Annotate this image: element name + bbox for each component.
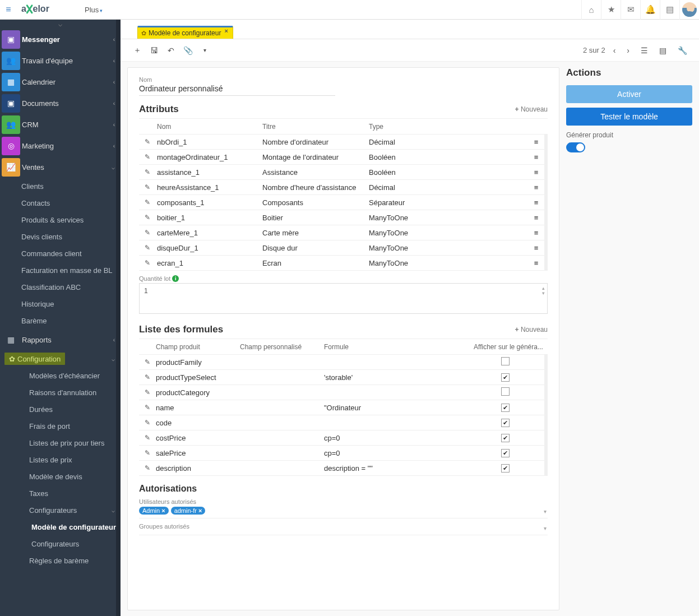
plus-menu[interactable]: Plus▾ xyxy=(79,6,108,14)
checkbox[interactable]: ✔ xyxy=(501,464,510,473)
remove-tag-icon[interactable]: × xyxy=(198,507,202,514)
edit-icon[interactable]: ✎ xyxy=(139,358,156,366)
next-button[interactable]: › xyxy=(623,46,633,55)
edit-icon[interactable]: ✎ xyxy=(139,244,156,252)
edit-icon[interactable]: ✎ xyxy=(139,434,156,442)
checkbox[interactable]: ✔ xyxy=(501,404,510,412)
edit-icon[interactable]: ✎ xyxy=(139,464,156,472)
sidebar-sub-contacts[interactable]: Contacts xyxy=(0,194,121,211)
table-row[interactable]: ✎ assistance_1AssistanceBooléen ≡ xyxy=(139,165,544,180)
sidebar-sub-taxes[interactable]: Taxes xyxy=(0,485,121,502)
sidebar-sub2-mod-le-de-configurateur[interactable]: Modèle de configurateur xyxy=(0,518,121,535)
sidebar-sub-dur-es[interactable]: Durées xyxy=(0,401,121,418)
qty-field[interactable]: 1 xyxy=(139,283,548,314)
row-menu-icon[interactable]: ≡ xyxy=(527,259,544,267)
sidebar-sub2-configurateurs[interactable]: Configurateurs xyxy=(0,535,121,552)
sidebar-item-rapports[interactable]: ▦ Rapports ‹ xyxy=(0,329,121,350)
wrench-icon[interactable]: 🔧 xyxy=(674,46,691,55)
logo[interactable]: a elor xyxy=(17,3,79,16)
sidebar-sub-commandes-client[interactable]: Commandes client xyxy=(0,245,121,262)
remove-tag-icon[interactable]: × xyxy=(161,507,165,514)
avatar-icon[interactable] xyxy=(679,0,699,20)
sidebar-sub-frais-de-port[interactable]: Frais de port xyxy=(0,418,121,434)
bell-icon[interactable]: 🔔 xyxy=(640,0,660,20)
row-menu-icon[interactable]: ≡ xyxy=(527,214,544,222)
sidebar-sub-produits-services[interactable]: Produits & services xyxy=(0,211,121,228)
row-menu-icon[interactable]: ≡ xyxy=(527,229,544,237)
sidebar-sub-listes-de-prix[interactable]: Listes de prix xyxy=(0,451,121,468)
table-row[interactable]: ✎ name"Ordinateur ✔ xyxy=(139,400,544,415)
name-field[interactable]: Ordinateur personnalisé xyxy=(139,84,335,96)
add-attribute-button[interactable]: Nouveau xyxy=(515,105,548,113)
sidebar-item-calendrier[interactable]: ▦ Calendrier ‹ xyxy=(0,71,121,92)
sidebar-sub-mod-les-d-ch-ancier[interactable]: Modèles d'échéancier xyxy=(0,367,121,384)
checkbox[interactable] xyxy=(501,387,510,396)
edit-icon[interactable]: ✎ xyxy=(139,449,156,457)
activate-button[interactable]: Activer xyxy=(566,85,692,103)
sidebar-item-messenger[interactable]: ▣ Messenger ‹ xyxy=(0,29,121,50)
table-row[interactable]: ✎ productFamily xyxy=(139,355,544,370)
test-model-button[interactable]: Tester le modèle xyxy=(566,108,692,126)
tab-modele-configurateur[interactable]: ✿ Modèle de configurateur × xyxy=(137,26,233,39)
row-menu-icon[interactable]: ≡ xyxy=(527,198,544,207)
edit-icon[interactable]: ✎ xyxy=(139,373,156,381)
sidebar-sub-listes-de-prix-pour-tiers[interactable]: Listes de prix pour tiers xyxy=(0,434,121,451)
edit-icon[interactable]: ✎ xyxy=(139,198,156,206)
edit-icon[interactable]: ✎ xyxy=(139,153,156,161)
prev-button[interactable]: ‹ xyxy=(610,46,619,55)
edit-icon[interactable]: ✎ xyxy=(139,168,156,176)
edit-icon[interactable]: ✎ xyxy=(139,419,156,427)
checkbox[interactable]: ✔ xyxy=(501,419,510,427)
sidebar-sub-configurateurs[interactable]: Configurateurs ⌵ xyxy=(0,502,121,518)
auth-users-field[interactable]: Admin ×admin-fr × xyxy=(139,507,548,518)
checkbox[interactable]: ✔ xyxy=(501,434,510,442)
table-row[interactable]: ✎ carteMere_1Carte mèreManyToOne ≡ xyxy=(139,225,544,240)
edit-icon[interactable]: ✎ xyxy=(139,259,156,267)
undo-button[interactable]: ↶ xyxy=(163,46,179,55)
row-menu-icon[interactable]: ≡ xyxy=(527,153,544,161)
sidebar-item-configuration[interactable]: ✿ Configuration ⌵ xyxy=(0,350,121,367)
table-row[interactable]: ✎ code ✔ xyxy=(139,415,544,430)
sidebar-collapse-icon[interactable]: ⌵ xyxy=(0,20,121,29)
row-menu-icon[interactable]: ≡ xyxy=(527,138,544,146)
sidebar-item-marketing[interactable]: ◎ Marketing ‹ xyxy=(0,135,121,156)
table-row[interactable]: ✎ ecran_1EcranManyToOne ≡ xyxy=(139,256,544,271)
table-row[interactable]: ✎ salePricecp=0 ✔ xyxy=(139,446,544,461)
sidebar-sub-regles[interactable]: Règles de barème xyxy=(0,552,121,569)
table-row[interactable]: ✎ composants_1ComposantsSéparateur ≡ xyxy=(139,195,544,210)
sidebar-item-travail-d-quipe[interactable]: 👥 Travail d'équipe ‹ xyxy=(0,50,121,71)
table-row[interactable]: ✎ productTypeSelect'storable' ✔ xyxy=(139,370,544,385)
add-button[interactable]: ＋ xyxy=(129,45,146,55)
edit-icon[interactable]: ✎ xyxy=(139,388,156,396)
attach-button[interactable]: 📎 xyxy=(179,46,196,55)
row-menu-icon[interactable]: ≡ xyxy=(527,168,544,177)
sidebar-sub-raisons-d-annulation[interactable]: Raisons d'annulation xyxy=(0,384,121,401)
sidebar-sub-bar-me[interactable]: Barème xyxy=(0,312,121,329)
table-row[interactable]: ✎ heureAssistance_1Nombre d'heure d'assi… xyxy=(139,180,544,195)
edit-icon[interactable]: ✎ xyxy=(139,138,156,146)
edit-icon[interactable]: ✎ xyxy=(139,229,156,237)
sidebar-sub-historique[interactable]: Historique xyxy=(0,295,121,312)
row-menu-icon[interactable]: ≡ xyxy=(527,244,544,252)
table-row[interactable]: ✎ montageOrdinateur_1Montage de l'ordina… xyxy=(139,150,544,165)
table-row[interactable]: ✎ boitier_1BoitierManyToOne ≡ xyxy=(139,210,544,225)
sidebar-sub-classification-abc[interactable]: Classification ABC xyxy=(0,279,121,295)
add-formula-button[interactable]: Nouveau xyxy=(515,326,548,334)
sidebar-item-crm[interactable]: 👥 CRM ‹ xyxy=(0,114,121,135)
checkbox[interactable] xyxy=(501,357,510,365)
sidebar-item-ventes[interactable]: 📈 Ventes ⌵ xyxy=(0,156,121,178)
save-button[interactable]: 🖫 xyxy=(146,46,163,55)
edit-icon[interactable]: ✎ xyxy=(139,404,156,411)
info-icon[interactable]: i xyxy=(172,275,179,282)
sidebar-sub-facturation-en-masse-de-bl[interactable]: Facturation en masse de BL xyxy=(0,262,121,279)
table-row[interactable]: ✎ productCategory xyxy=(139,385,544,400)
checkbox[interactable]: ✔ xyxy=(501,449,510,457)
edit-icon[interactable]: ✎ xyxy=(139,183,156,191)
table-row[interactable]: ✎ descriptiondescription = "" ✔ xyxy=(139,461,544,476)
close-icon[interactable]: × xyxy=(224,27,228,34)
envelope-icon[interactable]: ✉ xyxy=(621,0,640,20)
auth-groups-field[interactable] xyxy=(139,531,548,535)
more-menu[interactable]: ▾ xyxy=(196,47,213,53)
checkbox[interactable]: ✔ xyxy=(501,373,510,382)
edit-icon[interactable]: ✎ xyxy=(139,214,156,221)
